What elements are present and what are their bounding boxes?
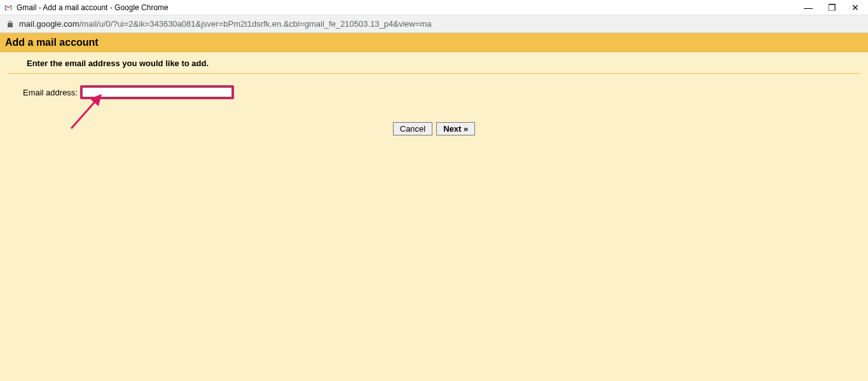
cancel-button[interactable]: Cancel	[393, 122, 432, 135]
window-controls: — ❐ ✕	[804, 3, 864, 13]
minimize-button[interactable]: —	[804, 3, 813, 13]
lock-icon	[6, 20, 14, 29]
url-host: mail.google.com	[19, 19, 79, 29]
window-titlebar: Gmail - Add a mail account - Google Chro…	[0, 0, 868, 15]
window-title: Gmail - Add a mail account - Google Chro…	[17, 3, 804, 12]
maximize-button[interactable]: ❐	[828, 3, 836, 13]
email-label: Email address:	[23, 88, 78, 97]
email-input[interactable]	[82, 87, 232, 97]
input-highlight-annotation	[80, 85, 234, 99]
address-bar[interactable]: mail.google.com/mail/u/0/?ui=2&ik=343630…	[0, 15, 868, 33]
url-path: /mail/u/0/?ui=2&ik=343630a081&jsver=bPm2…	[79, 19, 432, 29]
page-title: Add a mail account	[5, 37, 863, 48]
page-header: Add a mail account	[0, 33, 868, 52]
button-row: Cancel Next »	[0, 122, 868, 135]
next-button[interactable]: Next »	[436, 122, 475, 135]
close-button[interactable]: ✕	[851, 3, 859, 13]
page-content: Add a mail account Enter the email addre…	[0, 33, 868, 381]
email-form-row: Email address:	[0, 74, 868, 99]
gmail-icon	[4, 3, 13, 12]
instruction-text: Enter the email address you would like t…	[8, 52, 860, 74]
